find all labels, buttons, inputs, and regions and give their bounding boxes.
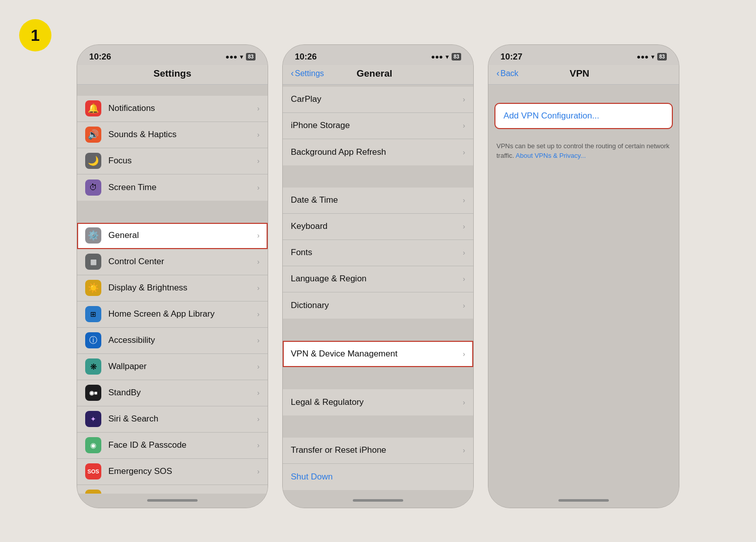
row-display[interactable]: ☀️ Display & Brightness › — [77, 275, 268, 302]
sos-icon: SOS — [85, 463, 101, 479]
row-sos[interactable]: SOS Emergency SOS › — [77, 459, 268, 485]
row-accessibility[interactable]: ⓘ Accessibility › — [77, 328, 268, 354]
phone3-bottom — [488, 494, 679, 508]
row-fonts[interactable]: Fonts › — [283, 240, 473, 266]
row-legal[interactable]: Legal & Regulatory › — [283, 389, 473, 415]
row-general[interactable]: ⚙️ General › — [77, 223, 268, 249]
phone1-bottom — [77, 494, 268, 508]
status-icons-1: ●●● ▾ 83 — [225, 53, 256, 61]
row-screentime[interactable]: ⏱ Screen Time › — [77, 174, 268, 201]
accessibility-chevron: › — [257, 336, 260, 344]
keyboard-chevron: › — [463, 222, 465, 230]
shutdown-label: Shut Down — [291, 472, 465, 482]
settings-section-2a: CarPlay › iPhone Storage › Background Ap… — [283, 85, 473, 165]
controlcenter-icon: ▦ — [85, 254, 101, 270]
controlcenter-label: Control Center — [108, 257, 257, 267]
phone2-content: CarPlay › iPhone Storage › Background Ap… — [283, 85, 473, 494]
nav-title-1: Settings — [85, 68, 260, 79]
row-faceid[interactable]: ◉ Face ID & Passcode › — [77, 433, 268, 459]
sos-label: Emergency SOS — [108, 466, 257, 476]
controlcenter-chevron: › — [257, 258, 260, 266]
nav-bar-3: ‹ Back VPN — [488, 65, 679, 85]
notifications-label: Notifications — [108, 103, 257, 113]
vpn-chevron: › — [463, 350, 465, 358]
nav-back-2[interactable]: ‹ Settings — [291, 68, 324, 79]
fonts-label: Fonts — [291, 248, 463, 258]
phone1-content: 🔔 Notifications › 🔊 Sounds & Haptics › 🌙… — [77, 85, 268, 494]
settings-section-1b: ⚙️ General › ▦ Control Center › ☀️ Displ… — [77, 212, 268, 494]
carplay-chevron: › — [463, 95, 465, 103]
phone3-content: Add VPN Configuration... VPNs can be set… — [488, 85, 679, 494]
nav-back-label-2: Settings — [295, 69, 324, 78]
homescreen-chevron: › — [257, 310, 260, 318]
row-datetime[interactable]: Date & Time › — [283, 188, 473, 214]
home-indicator-2 — [353, 499, 403, 502]
bg-refresh-chevron: › — [463, 148, 465, 156]
wallpaper-label: Wallpaper — [108, 362, 257, 372]
step-badge: 1 — [19, 19, 51, 51]
iphone-storage-chevron: › — [463, 122, 465, 130]
signal-icon-2: ●●● — [431, 53, 443, 61]
settings-section-2c: VPN & Device Management › — [283, 330, 473, 367]
row-carplay[interactable]: CarPlay › — [283, 87, 473, 113]
phone-1: 10:26 ●●● ▾ 83 Settings 🔔 Notifications … — [77, 44, 268, 508]
settings-section-2b: Date & Time › Keyboard › Fonts › Languag… — [283, 176, 473, 319]
wifi-icon-2: ▾ — [446, 53, 449, 61]
standby-chevron: › — [257, 389, 260, 397]
status-time-3: 10:27 — [500, 52, 522, 62]
sounds-icon: 🔊 — [85, 127, 101, 143]
nav-back-3[interactable]: ‹ Back — [496, 68, 519, 79]
row-transfer[interactable]: Transfer or Reset iPhone › — [283, 438, 473, 464]
row-vpn[interactable]: VPN & Device Management › — [283, 341, 473, 367]
general-icon: ⚙️ — [85, 227, 101, 244]
home-indicator-3 — [558, 499, 609, 502]
row-sounds[interactable]: 🔊 Sounds & Haptics › — [77, 122, 268, 148]
status-icons-3: ●●● ▾ 83 — [637, 53, 667, 61]
legal-label: Legal & Regulatory — [291, 397, 463, 407]
transfer-chevron: › — [463, 446, 465, 454]
sounds-chevron: › — [257, 131, 260, 139]
vpn-label: VPN & Device Management — [291, 349, 463, 359]
focus-label: Focus — [108, 156, 257, 166]
row-controlcenter[interactable]: ▦ Control Center › — [77, 249, 268, 275]
settings-section-2e: Transfer or Reset iPhone › Shut Down — [283, 427, 473, 490]
row-iphone-storage[interactable]: iPhone Storage › — [283, 113, 473, 139]
row-standby[interactable]: ◉■ StandBy › — [77, 380, 268, 406]
status-time-2: 10:26 — [295, 52, 317, 62]
row-wallpaper[interactable]: ❋ Wallpaper › — [77, 354, 268, 380]
focus-icon: 🌙 — [85, 153, 101, 169]
row-siri[interactable]: ✦ Siri & Search › — [77, 406, 268, 433]
siri-icon: ✦ — [85, 411, 101, 427]
screentime-chevron: › — [257, 184, 260, 192]
display-icon: ☀️ — [85, 280, 101, 296]
vpn-add-row[interactable]: Add VPN Configuration... — [494, 103, 673, 129]
row-notifications[interactable]: 🔔 Notifications › — [77, 96, 268, 122]
vpn-link[interactable]: About VPNs & Privacy... — [516, 152, 586, 159]
nav-bar-2: ‹ Settings General — [283, 65, 473, 85]
phones-container: 10:26 ●●● ▾ 83 Settings 🔔 Notifications … — [77, 44, 679, 508]
settings-section-1a: 🔔 Notifications › 🔊 Sounds & Haptics › 🌙… — [77, 85, 268, 201]
datetime-chevron: › — [463, 196, 465, 204]
legal-chevron: › — [463, 398, 465, 406]
row-exposure[interactable]: ☀ Exposure Notifications › — [77, 485, 268, 494]
wifi-icon-1: ▾ — [240, 53, 243, 61]
signal-icon-3: ●●● — [637, 53, 649, 61]
display-label: Display & Brightness — [108, 283, 257, 293]
row-homescreen[interactable]: ⊞ Home Screen & App Library › — [77, 302, 268, 328]
language-label: Language & Region — [291, 274, 463, 284]
row-shutdown[interactable]: Shut Down — [283, 464, 473, 490]
row-focus[interactable]: 🌙 Focus › — [77, 148, 268, 174]
faceid-icon: ◉ — [85, 437, 101, 453]
row-bg-refresh[interactable]: Background App Refresh › — [283, 139, 473, 165]
signal-icon-1: ●●● — [225, 53, 237, 61]
row-language[interactable]: Language & Region › — [283, 266, 473, 292]
notifications-icon: 🔔 — [85, 100, 101, 116]
general-label: General — [108, 230, 257, 240]
siri-label: Siri & Search — [108, 414, 257, 424]
row-dictionary[interactable]: Dictionary › — [283, 292, 473, 319]
status-bar-3: 10:27 ●●● ▾ 83 — [488, 45, 679, 65]
phone-3: 10:27 ●●● ▾ 83 ‹ Back VPN Add VPN Config… — [488, 44, 679, 508]
notifications-chevron: › — [257, 104, 260, 112]
row-keyboard[interactable]: Keyboard › — [283, 214, 473, 240]
settings-section-2d: Legal & Regulatory › — [283, 378, 473, 415]
